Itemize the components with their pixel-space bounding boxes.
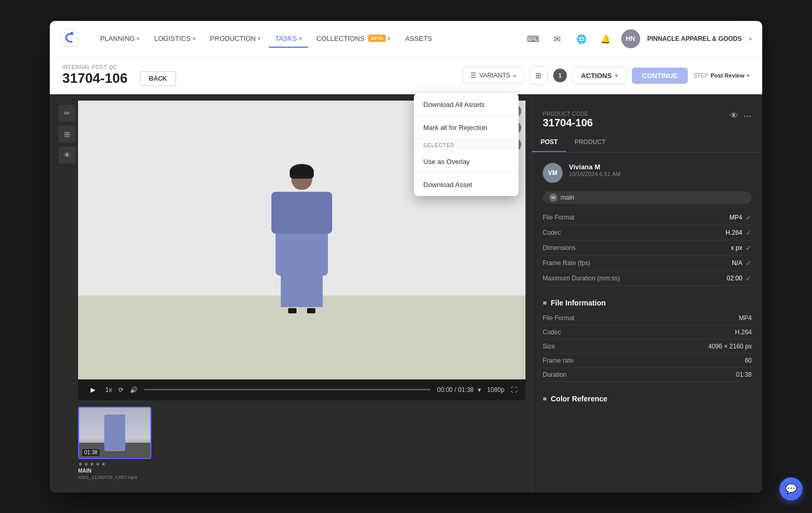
filter-icon-btn[interactable]: ⊞ — [529, 66, 548, 85]
actions-chevron-icon: ▾ — [615, 73, 618, 79]
uploader-info: VM Viviana M 10/16/2024 6:51 AM — [532, 159, 762, 187]
actions-dropdown: Download All Assets Mark all for Rejecti… — [414, 93, 519, 196]
thumbnail-label: MAIN — [78, 468, 151, 474]
variants-chevron-icon: ▾ — [513, 73, 516, 79]
more-options-icon-btn[interactable]: ⋯ — [743, 111, 752, 121]
star-2: ★ — [84, 461, 89, 467]
eye-view-icon-btn[interactable]: 👁 — [730, 111, 738, 121]
file-info-codec: Codec H.264 — [543, 325, 752, 340]
thumbnail-frame[interactable]: 01:38 — [78, 407, 151, 459]
star-3: ★ — [90, 461, 94, 467]
continue-button[interactable]: CONTINUE — [632, 68, 688, 84]
time-chevron-icon: ▾ — [478, 386, 481, 394]
star-1: ★ — [78, 461, 83, 467]
play-button[interactable]: ▶ — [86, 384, 99, 396]
check-icon-format: ✓ — [745, 213, 752, 222]
model-body — [276, 192, 328, 276]
product-code-label: PRODUCT CODE — [543, 111, 593, 117]
grid-icon: ⊞ — [64, 130, 70, 138]
use-as-overlay-item[interactable]: Use as Overlay — [414, 150, 519, 173]
left-tools: ✏ ⊞ 👁 — [56, 101, 78, 400]
thumbnail-stars[interactable]: ★ ★ ★ ★ ★ — [78, 461, 151, 467]
logistics-chevron-icon: ▾ — [193, 36, 195, 41]
main-badge-dot: M — [549, 193, 557, 202]
keyboard-icon-btn[interactable]: ⌨ — [525, 30, 542, 47]
eyedropper-tool-btn[interactable]: ✏ — [59, 105, 75, 122]
file-info-table: File Format MP4 Codec H.264 Size 4096 × … — [532, 311, 762, 390]
production-chevron-icon: ▾ — [258, 36, 260, 41]
back-button[interactable]: BACK — [140, 71, 176, 86]
beta-badge: BETA — [368, 35, 386, 42]
thumbnail-item: 01:38 ★ ★ ★ ★ ★ MAIN A001_11160729_C057.… — [78, 407, 151, 480]
nav-collections[interactable]: COLLECTIONS BETA ▾ — [310, 30, 397, 48]
check-icon-codec: ✓ — [745, 228, 752, 237]
variants-button[interactable]: ☰ VARIANTS ▾ — [463, 67, 524, 84]
spec-row-format: File Format MP4 ✓ — [543, 210, 752, 225]
chat-button[interactable]: 💬 — [780, 477, 803, 500]
svg-point-1 — [70, 32, 73, 35]
fullscreen-icon-btn[interactable]: ⛶ — [511, 386, 517, 394]
nav-production[interactable]: PRODUCTION ▾ — [204, 30, 267, 48]
nav-icons: ⌨ ✉ 🌐 🔔 HN PINNACLE APPAREL & GOODS ▾ — [525, 29, 752, 48]
svg-point-0 — [61, 29, 79, 47]
subheader-left: INTERNAL POST QC 31704-106 BACK — [62, 64, 454, 86]
time-display: 00:00 / 01:38 ▾ — [437, 386, 480, 394]
tab-product[interactable]: PRODUCT — [566, 133, 614, 152]
thumbnail-filename: A001_11160729_C057.mp4 — [78, 475, 151, 480]
specs-table: File Format MP4 ✓ Codec H.264 ✓ Dimensio… — [532, 210, 762, 286]
model-legs — [281, 276, 323, 307]
file-info-duration: Duration 01:38 — [543, 368, 752, 382]
volume-icon[interactable]: 🔊 — [130, 386, 138, 394]
eyedropper-icon: ✏ — [64, 109, 70, 117]
grid-tool-btn[interactable]: ⊞ — [59, 126, 75, 143]
main-badge: M main — [543, 191, 752, 204]
right-panel: PRODUCT CODE 31704-106 👁 ⋯ POST PRODUCT — [532, 94, 762, 493]
download-all-assets-item[interactable]: Download All Assets — [414, 93, 519, 116]
nav-assets[interactable]: ASSETS — [399, 30, 438, 48]
progress-bar[interactable] — [144, 389, 431, 390]
spec-row-dimensions: Dimensions x px ✓ — [543, 241, 752, 256]
collections-chevron-icon: ▾ — [388, 36, 390, 41]
tab-post[interactable]: POST — [532, 133, 566, 152]
thumbnails-area: 01:38 ★ ★ ★ ★ ★ MAIN A001_11160729_C057.… — [56, 400, 525, 486]
avatar[interactable]: HN — [621, 29, 640, 48]
planning-chevron-icon: ▾ — [137, 36, 139, 41]
step-label: STEP Post Review ▾ — [693, 72, 750, 79]
nav-tasks[interactable]: TASKS ▾ — [269, 30, 308, 48]
download-asset-item[interactable]: Download Asset — [414, 173, 519, 196]
order-id: 31704-106 — [62, 70, 127, 86]
company-name: PINNACLE APPAREL & GOODS — [648, 35, 742, 42]
message-icon-btn[interactable]: ✉ — [549, 30, 566, 47]
subheader: INTERNAL POST QC 31704-106 BACK ☰ VARIAN… — [50, 58, 762, 94]
subheader-right: ☰ VARIANTS ▾ ⊞ 1 ACTIONS ▾ CONTINUE STEP… — [463, 66, 750, 85]
mark-all-rejection-item[interactable]: Mark all for Rejection — [414, 116, 519, 139]
uploader-avatar: VM — [543, 163, 563, 183]
file-info-size: Size 4096 × 2160 px — [543, 340, 752, 354]
right-panel-header: PRODUCT CODE 31704-106 👁 ⋯ — [532, 94, 762, 133]
top-nav: PLANNING ▾ LOGISTICS ▾ PRODUCTION ▾ TASK… — [50, 21, 762, 58]
file-info-format: File Format MP4 — [543, 311, 752, 325]
tasks-chevron-icon: ▾ — [299, 36, 302, 41]
uploader-details: Viviana M 10/16/2024 6:51 AM — [569, 163, 620, 177]
globe-icon-btn[interactable]: 🌐 — [573, 30, 590, 47]
actions-button[interactable]: ACTIONS ▾ — [572, 67, 627, 84]
company-chevron-icon: ▾ — [749, 36, 752, 42]
file-info-icon: ■ — [543, 299, 546, 307]
check-icon-duration: ✓ — [745, 274, 752, 282]
thumbnail-duration: 01:38 — [82, 449, 100, 456]
bell-icon-btn[interactable]: 🔔 — [597, 30, 614, 47]
eye-icon: 👁 — [63, 151, 71, 159]
main-content: ✏ ⊞ 👁 — [50, 94, 762, 493]
nav-planning[interactable]: PLANNING ▾ — [94, 30, 146, 48]
logo[interactable] — [60, 28, 90, 49]
asset-action-icons: 👁 ⋯ — [730, 111, 752, 121]
spec-row-codec: Codec H.264 ✓ — [543, 225, 752, 241]
main-badge-text: main — [561, 194, 574, 201]
badge-count: 1 — [553, 69, 567, 82]
quality-selector[interactable]: 1080p — [487, 386, 504, 394]
playback-speed[interactable]: 1x — [105, 386, 112, 394]
nav-items: PLANNING ▾ LOGISTICS ▾ PRODUCTION ▾ TASK… — [94, 30, 521, 48]
nav-logistics[interactable]: LOGISTICS ▾ — [148, 30, 201, 48]
eye-tool-btn[interactable]: 👁 — [59, 147, 75, 163]
loop-icon[interactable]: ⟳ — [118, 386, 124, 394]
